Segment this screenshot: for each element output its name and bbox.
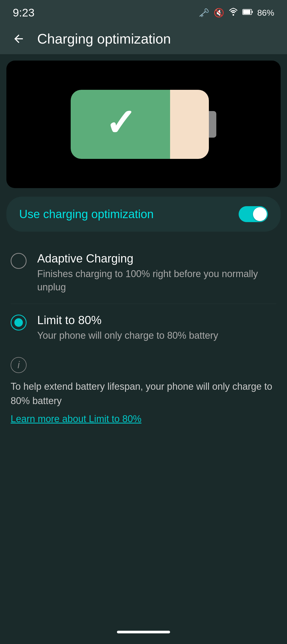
status-time: 9:23 bbox=[13, 6, 35, 19]
toggle-track bbox=[239, 206, 268, 222]
limit-80-content: Limit to 80% Your phone will only charge… bbox=[37, 313, 276, 342]
page-title: Charging optimization bbox=[37, 31, 171, 47]
battery-icon bbox=[242, 8, 253, 18]
adaptive-charging-content: Adaptive Charging Finishes charging to 1… bbox=[37, 252, 276, 294]
app-bar: Charging optimization bbox=[0, 23, 287, 54]
learn-more-link[interactable]: Learn more about Limit to 80% bbox=[11, 413, 141, 424]
mute-icon: 🔇 bbox=[214, 8, 224, 18]
limit-80-subtitle: Your phone will only charge to 80% batte… bbox=[37, 329, 276, 342]
battery-filled-section: ✓ bbox=[71, 90, 170, 159]
battery-illustration-card: ✓ bbox=[6, 61, 281, 188]
adaptive-charging-subtitle: Finishes charging to 100% right before y… bbox=[37, 267, 276, 294]
info-body-text: To help extend battery lifespan, your ph… bbox=[11, 379, 276, 408]
battery-body: ✓ bbox=[71, 90, 209, 159]
adaptive-charging-option[interactable]: Adaptive Charging Finishes charging to 1… bbox=[11, 242, 276, 304]
svg-rect-1 bbox=[252, 11, 253, 13]
charging-optimization-toggle-card[interactable]: Use charging optimization bbox=[6, 197, 281, 232]
radio-inner-selected bbox=[14, 318, 23, 327]
charging-optimization-toggle[interactable] bbox=[239, 206, 268, 222]
checkmark-icon: ✓ bbox=[105, 104, 136, 142]
info-icon-container: i bbox=[11, 357, 27, 373]
battery-empty-section bbox=[170, 90, 209, 159]
battery-illustration: ✓ bbox=[71, 90, 216, 159]
limit-80-title: Limit to 80% bbox=[37, 313, 276, 327]
status-bar: 9:23 🗝️ 🔇 86% bbox=[0, 0, 287, 23]
back-button[interactable] bbox=[11, 31, 27, 47]
limit-80-radio[interactable] bbox=[11, 315, 27, 331]
svg-rect-2 bbox=[243, 10, 250, 14]
info-section: i To help extend battery lifespan, your … bbox=[0, 352, 287, 435]
adaptive-charging-radio[interactable] bbox=[11, 253, 27, 269]
battery-terminal bbox=[209, 111, 216, 138]
charging-options-section: Adaptive Charging Finishes charging to 1… bbox=[0, 232, 287, 352]
adaptive-charging-title: Adaptive Charging bbox=[37, 252, 276, 265]
info-icon: i bbox=[18, 359, 20, 371]
key-icon: 🗝️ bbox=[199, 8, 209, 18]
limit-80-option[interactable]: Limit to 80% Your phone will only charge… bbox=[11, 304, 276, 352]
battery-percent: 86% bbox=[257, 8, 274, 18]
status-icons: 🗝️ 🔇 86% bbox=[199, 7, 274, 19]
toggle-thumb bbox=[253, 207, 267, 221]
main-content: ✓ Use charging optimization Adaptive Cha… bbox=[0, 61, 287, 435]
toggle-label: Use charging optimization bbox=[19, 207, 154, 221]
nav-indicator bbox=[117, 631, 170, 633]
wifi-icon bbox=[229, 7, 238, 19]
nav-bar bbox=[0, 623, 287, 644]
